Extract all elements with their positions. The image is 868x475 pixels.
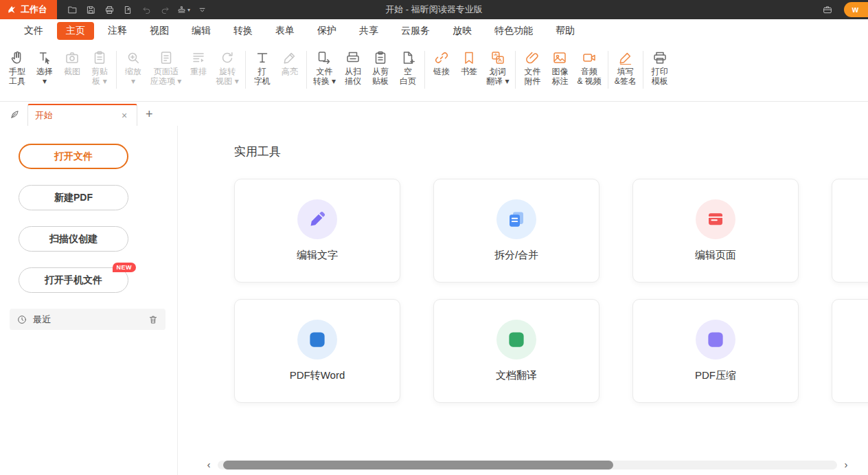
menu-item-protect[interactable]: 保护 (308, 22, 345, 40)
scrollbar-track[interactable] (218, 461, 837, 470)
ribbon-item-label: 剪贴 (91, 67, 108, 76)
scroll-right-icon[interactable]: › (842, 461, 850, 469)
ribbon-item-rotate-view[interactable]: 旋转视图 ▾ (212, 47, 242, 98)
ribbon-item-select[interactable]: 选择▾ (31, 47, 58, 98)
sidebar-button-open-file[interactable]: 打开文件 (19, 144, 128, 169)
convert-icon (316, 48, 332, 67)
scroll-left-icon[interactable]: ‹ (205, 461, 213, 469)
ribbon-item-label: 字机 (254, 76, 271, 86)
ribbon-separator (116, 51, 117, 89)
ribbon-item-fill-sign[interactable]: 填写&签名 (611, 47, 640, 98)
annotate-pen-icon[interactable] (5, 104, 23, 124)
ribbon-item-hand-tool[interactable]: 手型工具 (3, 47, 31, 98)
ribbon-item-link[interactable]: 链接 (428, 47, 455, 98)
menu-item-cloud-service[interactable]: 云服务 (392, 22, 439, 40)
tool-card-edit-text[interactable]: 编辑文字 (234, 179, 400, 283)
menu-item-file[interactable]: 文件 (15, 22, 52, 40)
menu-item-view[interactable]: 视图 (141, 22, 178, 40)
scrollbar-thumb[interactable] (223, 461, 613, 470)
ribbon-item-zoom[interactable]: 缩放▾ (119, 47, 147, 98)
share-icon[interactable] (119, 2, 136, 17)
scanner-icon (345, 48, 361, 67)
window-title: 开始 - 福昕阅读器专业版 (385, 0, 483, 19)
tdoc-icon: T (496, 320, 536, 360)
tool-card-pdf-compress[interactable]: PDFPDF压缩 (632, 299, 799, 403)
tool-card-edit-pages[interactable]: 编辑页面 (632, 179, 799, 283)
ribbon-item-from-clipboard[interactable]: 从剪贴板 (367, 47, 394, 98)
ribbon-item-label: 从扫 (345, 67, 361, 76)
folder-icon[interactable] (64, 2, 80, 17)
new-badge: NEW (113, 263, 137, 272)
word-icon: W (297, 320, 337, 360)
ribbon-item-clipboard[interactable]: 剪贴板 ▾ (86, 47, 113, 98)
tab-close-icon[interactable]: × (119, 110, 130, 121)
ribbon-item-from-scanner[interactable]: 从扫描仪 (339, 47, 367, 98)
tool-card-row: WPDF转WordT文档翻译PDFPDF压缩 (234, 299, 868, 403)
ribbon-item-label: 文件 (316, 67, 332, 76)
tool-card-doc-translate[interactable]: T文档翻译 (433, 299, 599, 403)
ribbon-item-image-annotation[interactable]: 图像标注 (546, 47, 573, 98)
customize-icon[interactable] (194, 2, 210, 17)
ribbon-item-print-template[interactable]: 打印模板 (646, 47, 674, 98)
tool-card-pdf-to-word[interactable]: WPDF转Word (234, 299, 400, 403)
trash-icon[interactable] (148, 314, 159, 325)
ribbon-separator (306, 51, 307, 89)
menu-item-form[interactable]: 表单 (266, 22, 304, 40)
undo-icon[interactable] (138, 2, 155, 17)
sidebar-button-scanner-create[interactable]: 扫描仪创建 (19, 226, 128, 252)
workspace-button[interactable]: 工作台 (0, 0, 57, 19)
menu-item-edit[interactable]: 编辑 (183, 22, 220, 40)
sidebar-button-open-phone-file[interactable]: 打开手机文件NEW (19, 267, 128, 293)
member-button[interactable]: w (844, 2, 868, 17)
tool-card-split-merge[interactable]: 拆分/合并 (433, 179, 599, 283)
ribbon-item-label: 附件 (524, 76, 540, 86)
ribbon-item-highlight[interactable]: 高亮 (276, 47, 304, 98)
tool-card-label: PDF转Word (290, 369, 345, 382)
menu-item-help[interactable]: 帮助 (547, 22, 584, 40)
menu-item-slideshow[interactable]: 放映 (444, 22, 481, 40)
print-icon[interactable] (101, 2, 117, 17)
sidebar-button-new-pdf[interactable]: 新建PDF (19, 185, 128, 210)
ribbon-item-snapshot[interactable]: 截图 (58, 47, 86, 98)
ribbon-item-label: 书签 (461, 67, 477, 76)
foxit-logo-icon (7, 5, 16, 14)
typewriter-icon (254, 48, 271, 67)
recent-row[interactable]: 最近 (10, 309, 165, 330)
save-icon[interactable] (82, 2, 99, 17)
ribbon-item-label: ▾ (131, 76, 135, 86)
menu-item-comment[interactable]: 注释 (99, 22, 136, 40)
sidebar-button-label: 打开手机文件 (45, 274, 102, 287)
redo-icon[interactable] (157, 2, 173, 17)
ribbon-separator (515, 51, 516, 89)
ribbon-item-label: 工具 (9, 76, 25, 86)
menu-item-home[interactable]: 主页 (57, 22, 94, 40)
edit-text-icon (297, 199, 337, 239)
briefcase-icon[interactable] (819, 2, 836, 17)
menu-item-share[interactable]: 共享 (350, 22, 387, 40)
ribbon-item-bookmark[interactable]: 书签 (455, 47, 483, 98)
member-label: w (852, 5, 858, 14)
ribbon-item-word-translate[interactable]: 划词翻译 ▾ (483, 47, 512, 98)
new-tab-button[interactable]: + (146, 107, 153, 122)
ribbon-item-page-fit-options[interactable]: 页面适应选项 ▾ (147, 47, 185, 98)
ribbon-item-audio-video[interactable]: 音频& 视频 (573, 47, 604, 98)
ribbon-item-typewriter[interactable]: 打字机 (249, 47, 276, 98)
menu-item-convert[interactable]: 转换 (225, 22, 262, 40)
ribbon-item-file-attachment[interactable]: 文件附件 (518, 47, 546, 98)
ribbon-item-file-convert[interactable]: 文件转换 ▾ (310, 47, 339, 98)
tab-start[interactable]: 开始 × (27, 104, 137, 126)
tool-card-partial[interactable] (832, 299, 868, 403)
zoom-icon (125, 48, 141, 67)
sidebar-button-label: 新建PDF (54, 192, 93, 204)
stamp-icon[interactable]: ▾ (175, 2, 192, 17)
ribbon-item-reflow[interactable]: 重排 (185, 47, 212, 98)
tool-card-partial[interactable] (832, 179, 868, 283)
ribbon-item-label: 旋转 (219, 67, 236, 76)
snapshot-icon (64, 48, 80, 67)
menu-item-special-features[interactable]: 特色功能 (486, 22, 542, 40)
ribbon-item-label: 转换 ▾ (313, 76, 336, 86)
sidebar-buttons: 打开文件新建PDF扫描仪创建打开手机文件NEW (19, 144, 128, 293)
edit-pages-icon (696, 199, 735, 239)
ribbon-item-blank-page[interactable]: 空白页 (394, 47, 422, 98)
ribbon-item-label: 缩放 (125, 67, 141, 76)
